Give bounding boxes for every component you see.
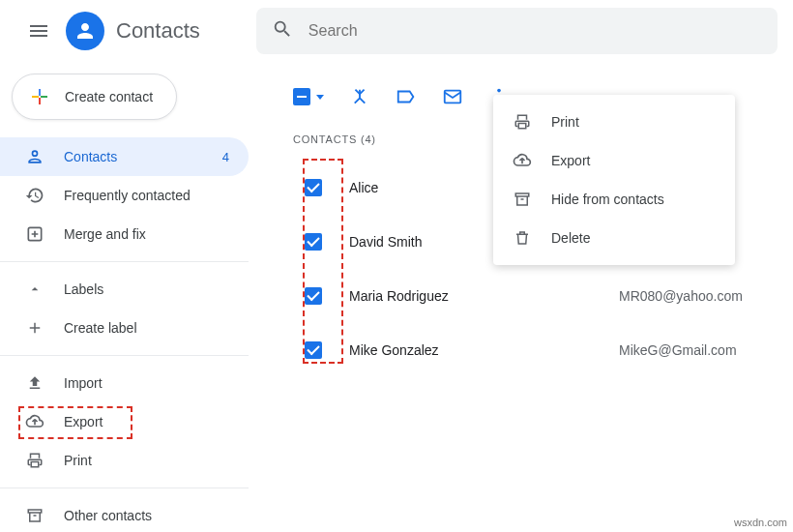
sidebar-item-label: Export <box>64 414 229 429</box>
search-icon <box>272 18 293 44</box>
svg-rect-2 <box>28 510 42 513</box>
sidebar-other-contacts[interactable]: Other contacts <box>0 496 249 532</box>
contact-email: MR080@yahoo.com <box>619 288 793 304</box>
sidebar-labels-toggle[interactable]: Labels <box>0 270 249 309</box>
cloud-upload-icon <box>25 412 44 431</box>
upload-icon <box>25 374 44 392</box>
trash-icon <box>513 229 532 247</box>
sidebar: Create contact Contacts 4 Frequently con… <box>0 62 266 532</box>
plus-icon <box>28 85 51 108</box>
watermark: wsxdn.com <box>734 517 787 528</box>
sidebar-item-label: Create label <box>64 320 229 336</box>
menu-item-label: Print <box>551 114 579 130</box>
sidebar-item-label: Other contacts <box>64 508 229 523</box>
chevron-up-icon <box>25 281 44 297</box>
hamburger-icon <box>27 19 50 43</box>
search-bar[interactable] <box>256 8 778 54</box>
menu-print[interactable]: Print <box>493 103 735 141</box>
select-indeterminate-icon <box>293 88 310 105</box>
menu-item-label: Delete <box>551 230 590 246</box>
print-icon <box>513 113 532 131</box>
app-title: Contacts <box>116 18 200 44</box>
svg-rect-7 <box>518 124 526 129</box>
archive-icon <box>513 191 532 208</box>
row-checkbox[interactable] <box>305 341 322 359</box>
menu-delete[interactable]: Delete <box>493 219 735 257</box>
sidebar-item-count: 4 <box>222 150 229 164</box>
chevron-down-icon <box>316 95 324 100</box>
contact-row[interactable]: Mike Gonzalez MikeG@Gmail.com <box>266 323 793 377</box>
menu-item-label: Export <box>551 153 590 168</box>
row-checkbox[interactable] <box>305 287 322 305</box>
merge-icon <box>349 86 370 107</box>
svg-rect-8 <box>515 193 529 196</box>
create-contact-button[interactable]: Create contact <box>12 74 177 120</box>
plus-icon <box>25 319 44 337</box>
print-icon <box>25 452 44 469</box>
archive-icon <box>25 507 44 524</box>
sidebar-create-label[interactable]: Create label <box>0 309 249 347</box>
divider <box>0 488 249 488</box>
hamburger-menu-button[interactable] <box>15 8 62 54</box>
person-icon <box>73 19 97 43</box>
contact-name: Mike Gonzalez <box>349 342 619 358</box>
sidebar-item-contacts[interactable]: Contacts 4 <box>0 137 249 176</box>
menu-item-label: Hide from contacts <box>551 192 664 207</box>
header: Contacts <box>0 0 793 62</box>
person-outline-icon <box>25 147 44 166</box>
sidebar-item-label: Print <box>64 453 229 468</box>
sidebar-item-label: Labels <box>64 281 229 297</box>
divider <box>0 261 249 262</box>
sidebar-import[interactable]: Import <box>0 364 249 402</box>
contact-name: Maria Rodriguez <box>349 288 619 304</box>
contacts-logo <box>66 12 104 50</box>
sidebar-item-frequent[interactable]: Frequently contacted <box>0 176 249 215</box>
sidebar-export[interactable]: Export <box>0 402 249 441</box>
merge-button[interactable] <box>349 86 370 107</box>
label-icon <box>396 86 417 107</box>
sidebar-item-label: Contacts <box>64 149 222 164</box>
label-button[interactable] <box>396 86 417 107</box>
contact-email: MikeG@Gmail.com <box>619 342 793 358</box>
email-button[interactable] <box>442 86 463 107</box>
sidebar-print[interactable]: Print <box>0 441 249 480</box>
email-icon <box>442 86 463 107</box>
selection-dropdown[interactable] <box>293 88 324 105</box>
divider <box>0 355 249 356</box>
sidebar-item-label: Frequently contacted <box>64 188 229 203</box>
merge-fix-icon <box>25 224 44 244</box>
create-contact-label: Create contact <box>65 89 153 104</box>
row-checkbox[interactable] <box>305 233 322 251</box>
sidebar-nav: Contacts 4 Frequently contacted Merge an… <box>0 137 266 532</box>
cloud-upload-icon <box>513 151 532 170</box>
sidebar-item-label: Import <box>64 375 229 391</box>
sidebar-item-merge-fix[interactable]: Merge and fix <box>0 215 249 253</box>
history-icon <box>25 186 44 205</box>
svg-point-4 <box>497 89 501 93</box>
svg-rect-1 <box>31 462 39 467</box>
contact-row[interactable]: Maria Rodriguez MR080@yahoo.com <box>266 269 793 323</box>
menu-hide[interactable]: Hide from contacts <box>493 180 735 219</box>
sidebar-item-label: Merge and fix <box>64 226 229 242</box>
menu-export[interactable]: Export <box>493 141 735 180</box>
search-input[interactable] <box>308 22 762 40</box>
context-menu: Print Export Hide from contacts Delete <box>493 95 735 265</box>
row-checkbox[interactable] <box>305 179 322 196</box>
